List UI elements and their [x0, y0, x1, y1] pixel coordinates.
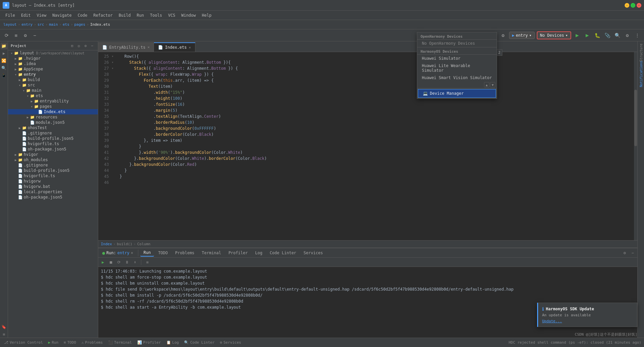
- activity-structure[interactable]: ≡: [1, 331, 7, 338]
- tab-terminal[interactable]: Terminal: [198, 250, 224, 256]
- tree-resources-folder[interactable]: ▶ 📁 resources: [8, 114, 98, 120]
- run-config-button[interactable]: ▶: [583, 31, 591, 39]
- settings-gear-button[interactable]: ⚙: [21, 31, 29, 39]
- log-status-item[interactable]: 📋 Log: [165, 340, 180, 345]
- entry-close-icon[interactable]: ×: [131, 251, 133, 255]
- settings-bottom-btn[interactable]: ⚙: [621, 250, 628, 256]
- scroll-end-btn[interactable]: ⬇: [132, 259, 138, 266]
- rerun-btn[interactable]: ▶: [100, 259, 106, 266]
- version-control-status[interactable]: ⎇ Version Control: [3, 340, 44, 345]
- tree-ohostest-folder[interactable]: ▶ 📁 ohosTest: [8, 125, 98, 130]
- menu-help[interactable]: Help: [199, 12, 214, 19]
- tree-entry-folder[interactable]: ▾ 📁 entry: [8, 72, 98, 77]
- menu-window[interactable]: Window: [179, 12, 198, 19]
- tab-profiler[interactable]: Profiler: [225, 250, 251, 256]
- structure-button[interactable]: ≡: [12, 31, 20, 39]
- tree-gitignore-file[interactable]: 📄 .gitignore: [8, 130, 98, 136]
- tab-close-icon[interactable]: ×: [147, 45, 150, 49]
- tab-log[interactable]: Log: [252, 250, 266, 256]
- attach-button[interactable]: 📎: [603, 31, 611, 39]
- cb-build[interactable]: build(): [117, 242, 132, 246]
- sync-button[interactable]: ⟳: [3, 31, 11, 39]
- stop-btn[interactable]: ■: [108, 259, 114, 266]
- scrollbar-thumb[interactable]: [634, 90, 637, 146]
- restart-app-btn[interactable]: ⟳: [116, 259, 122, 266]
- debug-button[interactable]: 🐛: [593, 31, 601, 39]
- tree-root-ohpackage[interactable]: 📄 oh-package.json5: [8, 195, 98, 200]
- menu-refactor[interactable]: Refactor: [91, 12, 115, 19]
- tab-problems[interactable]: Problems: [172, 250, 198, 256]
- bc-layout[interactable]: layout: [3, 22, 17, 27]
- menu-navigate[interactable]: Navigate: [50, 12, 74, 19]
- minimize-button[interactable]: −: [625, 3, 629, 8]
- tab-todo[interactable]: TODO: [155, 250, 171, 256]
- settings-icon-btn[interactable]: ⚙: [499, 31, 507, 39]
- close-button[interactable]: ×: [637, 3, 641, 8]
- tab-close-icon[interactable]: ×: [189, 45, 191, 50]
- activity-search[interactable]: 🔍: [1, 65, 7, 71]
- bc-pages[interactable]: pages: [74, 22, 85, 27]
- huawei-smart-vision-item[interactable]: Huawei Smart Vision Simulator: [417, 74, 497, 81]
- tree-pages-folder[interactable]: ▾ 📁 pages: [8, 104, 98, 109]
- menu-code[interactable]: Code: [75, 12, 90, 19]
- menu-edit[interactable]: Edit: [18, 12, 33, 19]
- tree-build-folder[interactable]: ▶ 📁 build: [8, 77, 98, 82]
- entry-dropdown-button[interactable]: ▶ entry ▾: [509, 32, 535, 39]
- terminal-status-item[interactable]: ⬛ Terminal: [107, 340, 133, 345]
- menu-vcs[interactable]: VCS: [165, 12, 178, 19]
- tree-hvigor-root-folder[interactable]: ▶ 📁 hvigor: [8, 152, 98, 157]
- preferences-icon[interactable]: ⚙: [623, 31, 631, 39]
- tree-ets-folder[interactable]: ▾ 📁 ets: [8, 93, 98, 98]
- menu-view[interactable]: View: [34, 12, 49, 19]
- tab-codelinter[interactable]: Code Linter: [266, 250, 299, 256]
- activity-run[interactable]: ▶: [1, 50, 7, 57]
- huawei-simulator-item[interactable]: Huawei Simulator: [417, 55, 497, 62]
- bc-main[interactable]: main: [49, 22, 58, 27]
- maximize-button[interactable]: □: [631, 3, 635, 8]
- tree-root-hvigorfile[interactable]: 📄 hvigorfile.ts: [8, 173, 98, 179]
- tree-buildprofile-file[interactable]: 📄 build-profile.json5: [8, 136, 98, 141]
- fold-marker[interactable]: ▾: [112, 53, 117, 59]
- menu-tools[interactable]: Tools: [147, 12, 165, 19]
- close-panel-button[interactable]: −: [31, 31, 39, 39]
- tree-root-localprops[interactable]: 📄 local.properties: [8, 189, 98, 195]
- tree-idea-folder[interactable]: ▶ 📁 .idea: [8, 61, 98, 66]
- device-manager-item[interactable]: 💻 Device Manager: [418, 89, 496, 98]
- locate-file-btn[interactable]: ◎: [76, 43, 82, 49]
- collapse-all-btn[interactable]: ⊟: [69, 43, 75, 49]
- tree-hvigor-folder[interactable]: ▶ 📁 .hvigor: [8, 56, 98, 61]
- tree-root-hvigorw[interactable]: 📄 hvigorw: [8, 179, 98, 184]
- toast-update-link[interactable]: Update...: [542, 319, 562, 323]
- tree-modulejson-file[interactable]: 📄 module.json5: [8, 120, 98, 125]
- services-status-item[interactable]: ⚙ Services: [218, 340, 243, 345]
- activity-bookmarks[interactable]: 🔖: [1, 324, 7, 330]
- todo-status-item[interactable]: ≡ TODO: [62, 340, 77, 345]
- run-button[interactable]: ▶: [573, 31, 581, 39]
- structure-sidebar-tab[interactable]: Structure: [638, 43, 644, 63]
- tab-services[interactable]: Services: [300, 250, 326, 256]
- tree-ohpackage-file[interactable]: 📄 oh-package.json5: [8, 146, 98, 152]
- no-devices-dropdown[interactable]: No Devices ▾: [537, 31, 571, 39]
- tab-indexets[interactable]: 📄 Index.ets ×: [154, 42, 195, 52]
- activity-git[interactable]: 🔀: [1, 57, 7, 64]
- cb-column[interactable]: Column: [137, 242, 151, 246]
- search-toolbar-icon[interactable]: 🔍: [613, 31, 621, 39]
- run-status-item[interactable]: ▶ Run: [47, 340, 60, 345]
- profiler-status-item[interactable]: 📊 Profiler: [136, 340, 162, 345]
- tree-entryability-folder[interactable]: ▶ 📁 entryability: [8, 98, 98, 104]
- tree-indexets-file[interactable]: 📄 Index.ets: [8, 109, 98, 114]
- tree-root-buildprofile[interactable]: 📄 build-profile.json5: [8, 168, 98, 173]
- more-icon[interactable]: ⋮: [633, 31, 641, 39]
- tree-appscope-folder[interactable]: ▶ 📁 AppScope: [8, 66, 98, 72]
- huawei-lite-wearable-item[interactable]: Huawei Lite Wearable Simulator: [417, 62, 497, 74]
- activity-project[interactable]: 📁: [1, 43, 7, 49]
- tab-run[interactable]: Run: [140, 249, 154, 257]
- bc-src[interactable]: src: [37, 22, 44, 27]
- dd-scroll-up-btn[interactable]: ▲: [484, 82, 489, 87]
- menu-run[interactable]: Run: [134, 12, 147, 19]
- menu-file[interactable]: File: [3, 12, 18, 19]
- tab-entryability[interactable]: 📄 EntryAbility.ts ×: [98, 42, 154, 52]
- vertical-scrollbar[interactable]: [634, 52, 637, 240]
- tree-close-btn[interactable]: −: [89, 43, 95, 49]
- entry-run-label[interactable]: entry: [117, 251, 129, 255]
